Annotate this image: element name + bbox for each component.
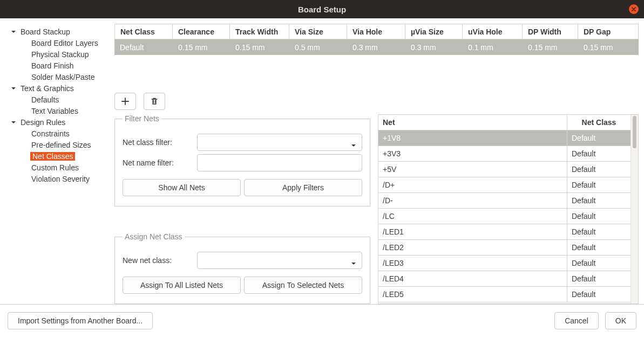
nets-table: Net Net Class +1V8Default+3V3Default+5VD… [378, 114, 639, 304]
caret-down-icon [9, 86, 18, 91]
trash-icon [150, 97, 159, 106]
net-class-cell: Default [567, 193, 631, 208]
column-header[interactable]: Via Hole [347, 24, 405, 39]
chevron-down-icon [351, 141, 356, 149]
net-name-cell: /LED2 [378, 240, 567, 255]
net-name-cell: /LED3 [378, 256, 567, 271]
net-class-cell: Default [567, 146, 631, 161]
net-class-cell: Default [567, 130, 631, 146]
nets-row[interactable]: /LED2Default [378, 240, 631, 256]
net-name-cell: /D+ [378, 177, 567, 192]
column-header-net[interactable]: Net [378, 115, 567, 130]
plus-icon [121, 97, 130, 106]
net-class-filter-label: Net class filter: [123, 138, 192, 147]
column-header[interactable]: Track Width [230, 24, 289, 39]
net-class-cell: Default [567, 271, 631, 286]
net-name-cell: /LED5 [378, 287, 567, 302]
assign-to-all-button[interactable]: Assign To All Listed Nets [123, 277, 241, 294]
show-all-nets-button[interactable]: Show All Nets [123, 179, 241, 196]
column-header[interactable]: DP Gap [578, 24, 639, 39]
tree-item[interactable]: Custom Rules [5, 162, 110, 173]
caret-down-icon [9, 29, 18, 35]
net-class-cell: Default [567, 177, 631, 192]
close-icon[interactable] [629, 4, 639, 14]
column-header[interactable]: Clearance [173, 24, 230, 39]
net-name-filter-input[interactable] [197, 154, 362, 171]
tree-item[interactable]: Constraints [5, 128, 110, 139]
net-class-cell: Default [567, 209, 631, 224]
net-class-cell: Default [567, 224, 631, 239]
net-name-cell: /LED1 [378, 224, 567, 239]
window-title: Board Setup [298, 5, 346, 14]
column-header[interactable]: DP Width [523, 24, 578, 39]
net-class-cell: Default [567, 162, 631, 177]
new-net-class-label: New net class: [123, 256, 192, 265]
column-header[interactable]: µVia Size [405, 24, 463, 39]
net-name-filter-label: Net name filter: [123, 158, 192, 167]
dialog-footer: Import Settings from Another Board... Ca… [0, 304, 644, 338]
sidebar: Board Stackup Board Editor Layers Physic… [5, 24, 110, 304]
assign-to-selected-button[interactable]: Assign To Selected Nets [244, 277, 362, 294]
nets-row[interactable]: /LCDefault [378, 209, 631, 224]
cancel-button[interactable]: Cancel [554, 312, 599, 329]
delete-button[interactable] [144, 93, 165, 110]
nets-row[interactable]: +1V8Default [378, 130, 631, 146]
new-net-class-dropdown[interactable] [197, 252, 362, 269]
column-header[interactable]: uVia Hole [463, 24, 523, 39]
net-name-cell: /D- [378, 193, 567, 208]
tree-item-net-classes[interactable]: Net Classes [5, 150, 110, 162]
vertical-scrollbar[interactable] [631, 115, 638, 303]
chevron-down-icon [351, 259, 356, 267]
nets-row[interactable]: /LED5Default [378, 287, 631, 302]
nets-row[interactable]: +5VDefault [378, 162, 631, 177]
net-class-filter-dropdown[interactable] [197, 134, 362, 151]
column-header[interactable]: Via Size [289, 24, 347, 39]
net-class-table: Net Class Clearance Track Width Via Size… [114, 24, 639, 87]
ok-button[interactable]: OK [605, 312, 636, 329]
column-header[interactable]: Net Class [114, 24, 173, 39]
tree-item[interactable]: Defaults [5, 94, 110, 105]
caret-down-icon [9, 120, 18, 125]
tree-item[interactable]: Pre-defined Sizes [5, 139, 110, 150]
filter-nets-panel: Filter Nets Net class filter: Net name f… [114, 114, 370, 206]
tree-item[interactable]: Violation Severity [5, 173, 110, 184]
panel-legend: Filter Nets [123, 114, 161, 123]
net-class-cell: Default [567, 256, 631, 271]
assign-net-class-panel: Assign Net Class New net class: Assign T… [114, 232, 370, 304]
column-header-net-class[interactable]: Net Class [567, 115, 631, 130]
tree-item[interactable]: Text Variables [5, 105, 110, 116]
nets-row[interactable]: +3V3Default [378, 146, 631, 162]
net-class-row[interactable]: Default 0.15 mm 0.15 mm 0.5 mm 0.3 mm 0.… [114, 39, 639, 55]
scrollbar-thumb[interactable] [633, 116, 636, 148]
panel-legend: Assign Net Class [123, 232, 185, 241]
tree-item[interactable]: Physical Stackup [5, 49, 110, 60]
net-name-cell: +5V [378, 162, 567, 177]
tree-section-text-graphics[interactable]: Text & Graphics [5, 82, 110, 94]
tree-section-board-stackup[interactable]: Board Stackup [5, 26, 110, 37]
nets-row[interactable]: /LED1Default [378, 224, 631, 240]
add-button[interactable] [114, 93, 136, 110]
tree-item[interactable]: Board Finish [5, 60, 110, 71]
titlebar: Board Setup [0, 0, 644, 18]
import-settings-button[interactable]: Import Settings from Another Board... [8, 312, 153, 329]
net-class-cell: Default [567, 287, 631, 302]
tree-item[interactable]: Solder Mask/Paste [5, 71, 110, 82]
nets-row[interactable]: /D-Default [378, 193, 631, 209]
nets-row[interactable]: /LED3Default [378, 256, 631, 271]
net-name-cell: +3V3 [378, 146, 567, 161]
net-name-cell: +1V8 [378, 130, 567, 146]
apply-filters-button[interactable]: Apply Filters [244, 179, 362, 196]
nets-row[interactable]: /LED4Default [378, 271, 631, 287]
tree-section-design-rules[interactable]: Design Rules [5, 116, 110, 128]
nets-row[interactable]: /D+Default [378, 177, 631, 193]
net-name-cell: /LED4 [378, 271, 567, 286]
net-name-cell: /LC [378, 209, 567, 224]
tree-item[interactable]: Board Editor Layers [5, 37, 110, 49]
net-class-cell: Default [567, 240, 631, 255]
